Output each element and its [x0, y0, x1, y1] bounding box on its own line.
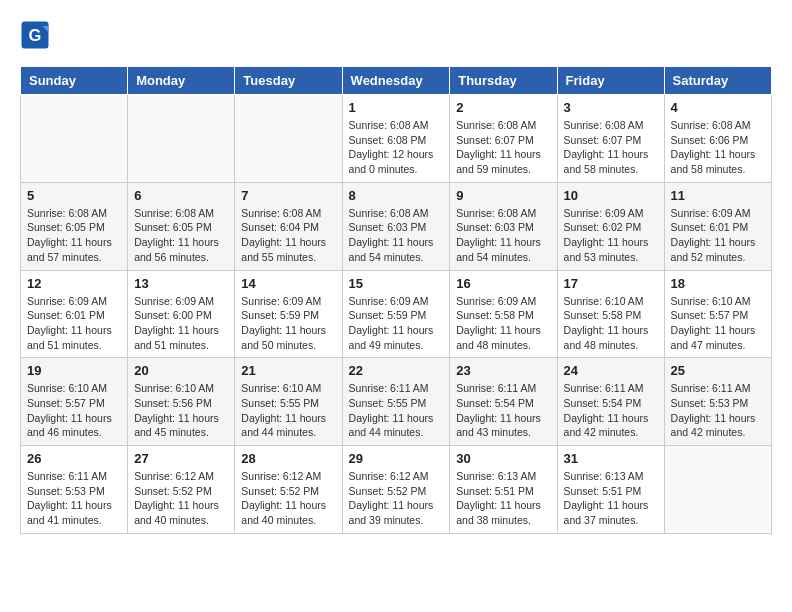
day-number: 5 — [27, 188, 121, 203]
day-info: Sunrise: 6:09 AM Sunset: 6:00 PM Dayligh… — [134, 294, 228, 353]
day-number: 13 — [134, 276, 228, 291]
calendar-cell: 22Sunrise: 6:11 AM Sunset: 5:55 PM Dayli… — [342, 358, 450, 446]
day-info: Sunrise: 6:09 AM Sunset: 6:01 PM Dayligh… — [671, 206, 765, 265]
calendar-cell: 4Sunrise: 6:08 AM Sunset: 6:06 PM Daylig… — [664, 95, 771, 183]
calendar-cell: 26Sunrise: 6:11 AM Sunset: 5:53 PM Dayli… — [21, 446, 128, 534]
day-number: 18 — [671, 276, 765, 291]
page-header: G — [20, 20, 772, 50]
day-info: Sunrise: 6:09 AM Sunset: 5:59 PM Dayligh… — [349, 294, 444, 353]
calendar-cell: 20Sunrise: 6:10 AM Sunset: 5:56 PM Dayli… — [128, 358, 235, 446]
day-number: 24 — [564, 363, 658, 378]
calendar-cell: 2Sunrise: 6:08 AM Sunset: 6:07 PM Daylig… — [450, 95, 557, 183]
day-number: 19 — [27, 363, 121, 378]
calendar-cell — [664, 446, 771, 534]
weekday-header: Wednesday — [342, 67, 450, 95]
day-number: 23 — [456, 363, 550, 378]
day-info: Sunrise: 6:08 AM Sunset: 6:04 PM Dayligh… — [241, 206, 335, 265]
day-info: Sunrise: 6:08 AM Sunset: 6:05 PM Dayligh… — [27, 206, 121, 265]
day-number: 26 — [27, 451, 121, 466]
calendar-cell: 18Sunrise: 6:10 AM Sunset: 5:57 PM Dayli… — [664, 270, 771, 358]
day-number: 27 — [134, 451, 228, 466]
calendar-cell: 30Sunrise: 6:13 AM Sunset: 5:51 PM Dayli… — [450, 446, 557, 534]
header-row: SundayMondayTuesdayWednesdayThursdayFrid… — [21, 67, 772, 95]
calendar-cell: 23Sunrise: 6:11 AM Sunset: 5:54 PM Dayli… — [450, 358, 557, 446]
calendar-table: SundayMondayTuesdayWednesdayThursdayFrid… — [20, 66, 772, 534]
day-info: Sunrise: 6:09 AM Sunset: 6:01 PM Dayligh… — [27, 294, 121, 353]
day-number: 21 — [241, 363, 335, 378]
calendar-cell: 9Sunrise: 6:08 AM Sunset: 6:03 PM Daylig… — [450, 182, 557, 270]
day-info: Sunrise: 6:13 AM Sunset: 5:51 PM Dayligh… — [564, 469, 658, 528]
calendar-cell: 5Sunrise: 6:08 AM Sunset: 6:05 PM Daylig… — [21, 182, 128, 270]
day-number: 6 — [134, 188, 228, 203]
calendar-week-row: 19Sunrise: 6:10 AM Sunset: 5:57 PM Dayli… — [21, 358, 772, 446]
calendar-week-row: 1Sunrise: 6:08 AM Sunset: 6:08 PM Daylig… — [21, 95, 772, 183]
day-info: Sunrise: 6:10 AM Sunset: 5:56 PM Dayligh… — [134, 381, 228, 440]
calendar-cell: 7Sunrise: 6:08 AM Sunset: 6:04 PM Daylig… — [235, 182, 342, 270]
day-number: 17 — [564, 276, 658, 291]
calendar-cell: 11Sunrise: 6:09 AM Sunset: 6:01 PM Dayli… — [664, 182, 771, 270]
day-info: Sunrise: 6:09 AM Sunset: 5:58 PM Dayligh… — [456, 294, 550, 353]
day-info: Sunrise: 6:12 AM Sunset: 5:52 PM Dayligh… — [134, 469, 228, 528]
calendar-cell: 10Sunrise: 6:09 AM Sunset: 6:02 PM Dayli… — [557, 182, 664, 270]
calendar-cell: 28Sunrise: 6:12 AM Sunset: 5:52 PM Dayli… — [235, 446, 342, 534]
day-number: 12 — [27, 276, 121, 291]
day-info: Sunrise: 6:08 AM Sunset: 6:08 PM Dayligh… — [349, 118, 444, 177]
weekday-header: Friday — [557, 67, 664, 95]
calendar-cell: 25Sunrise: 6:11 AM Sunset: 5:53 PM Dayli… — [664, 358, 771, 446]
weekday-header: Saturday — [664, 67, 771, 95]
day-info: Sunrise: 6:10 AM Sunset: 5:57 PM Dayligh… — [671, 294, 765, 353]
calendar-week-row: 5Sunrise: 6:08 AM Sunset: 6:05 PM Daylig… — [21, 182, 772, 270]
day-info: Sunrise: 6:08 AM Sunset: 6:06 PM Dayligh… — [671, 118, 765, 177]
day-info: Sunrise: 6:13 AM Sunset: 5:51 PM Dayligh… — [456, 469, 550, 528]
day-info: Sunrise: 6:08 AM Sunset: 6:05 PM Dayligh… — [134, 206, 228, 265]
weekday-header: Monday — [128, 67, 235, 95]
day-number: 2 — [456, 100, 550, 115]
calendar-cell: 21Sunrise: 6:10 AM Sunset: 5:55 PM Dayli… — [235, 358, 342, 446]
day-info: Sunrise: 6:10 AM Sunset: 5:57 PM Dayligh… — [27, 381, 121, 440]
day-info: Sunrise: 6:11 AM Sunset: 5:53 PM Dayligh… — [671, 381, 765, 440]
day-number: 8 — [349, 188, 444, 203]
calendar-cell: 1Sunrise: 6:08 AM Sunset: 6:08 PM Daylig… — [342, 95, 450, 183]
day-info: Sunrise: 6:08 AM Sunset: 6:03 PM Dayligh… — [456, 206, 550, 265]
calendar-cell: 8Sunrise: 6:08 AM Sunset: 6:03 PM Daylig… — [342, 182, 450, 270]
day-number: 29 — [349, 451, 444, 466]
day-info: Sunrise: 6:09 AM Sunset: 5:59 PM Dayligh… — [241, 294, 335, 353]
calendar-cell — [21, 95, 128, 183]
calendar-cell: 19Sunrise: 6:10 AM Sunset: 5:57 PM Dayli… — [21, 358, 128, 446]
day-number: 4 — [671, 100, 765, 115]
calendar-cell: 31Sunrise: 6:13 AM Sunset: 5:51 PM Dayli… — [557, 446, 664, 534]
weekday-header: Sunday — [21, 67, 128, 95]
day-info: Sunrise: 6:10 AM Sunset: 5:58 PM Dayligh… — [564, 294, 658, 353]
weekday-header: Thursday — [450, 67, 557, 95]
calendar-cell: 12Sunrise: 6:09 AM Sunset: 6:01 PM Dayli… — [21, 270, 128, 358]
day-number: 16 — [456, 276, 550, 291]
day-info: Sunrise: 6:11 AM Sunset: 5:55 PM Dayligh… — [349, 381, 444, 440]
calendar-body: 1Sunrise: 6:08 AM Sunset: 6:08 PM Daylig… — [21, 95, 772, 534]
day-number: 20 — [134, 363, 228, 378]
day-number: 11 — [671, 188, 765, 203]
calendar-header: SundayMondayTuesdayWednesdayThursdayFrid… — [21, 67, 772, 95]
calendar-cell: 14Sunrise: 6:09 AM Sunset: 5:59 PM Dayli… — [235, 270, 342, 358]
day-info: Sunrise: 6:08 AM Sunset: 6:03 PM Dayligh… — [349, 206, 444, 265]
calendar-cell: 15Sunrise: 6:09 AM Sunset: 5:59 PM Dayli… — [342, 270, 450, 358]
calendar-cell: 16Sunrise: 6:09 AM Sunset: 5:58 PM Dayli… — [450, 270, 557, 358]
calendar-cell: 29Sunrise: 6:12 AM Sunset: 5:52 PM Dayli… — [342, 446, 450, 534]
calendar-cell: 27Sunrise: 6:12 AM Sunset: 5:52 PM Dayli… — [128, 446, 235, 534]
day-number: 22 — [349, 363, 444, 378]
day-info: Sunrise: 6:11 AM Sunset: 5:53 PM Dayligh… — [27, 469, 121, 528]
day-info: Sunrise: 6:09 AM Sunset: 6:02 PM Dayligh… — [564, 206, 658, 265]
calendar-week-row: 12Sunrise: 6:09 AM Sunset: 6:01 PM Dayli… — [21, 270, 772, 358]
day-info: Sunrise: 6:08 AM Sunset: 6:07 PM Dayligh… — [456, 118, 550, 177]
day-number: 3 — [564, 100, 658, 115]
day-number: 1 — [349, 100, 444, 115]
day-number: 9 — [456, 188, 550, 203]
calendar-cell — [128, 95, 235, 183]
day-number: 28 — [241, 451, 335, 466]
day-number: 14 — [241, 276, 335, 291]
day-number: 10 — [564, 188, 658, 203]
calendar-cell — [235, 95, 342, 183]
calendar-cell: 6Sunrise: 6:08 AM Sunset: 6:05 PM Daylig… — [128, 182, 235, 270]
day-number: 7 — [241, 188, 335, 203]
logo: G — [20, 20, 52, 50]
day-info: Sunrise: 6:10 AM Sunset: 5:55 PM Dayligh… — [241, 381, 335, 440]
